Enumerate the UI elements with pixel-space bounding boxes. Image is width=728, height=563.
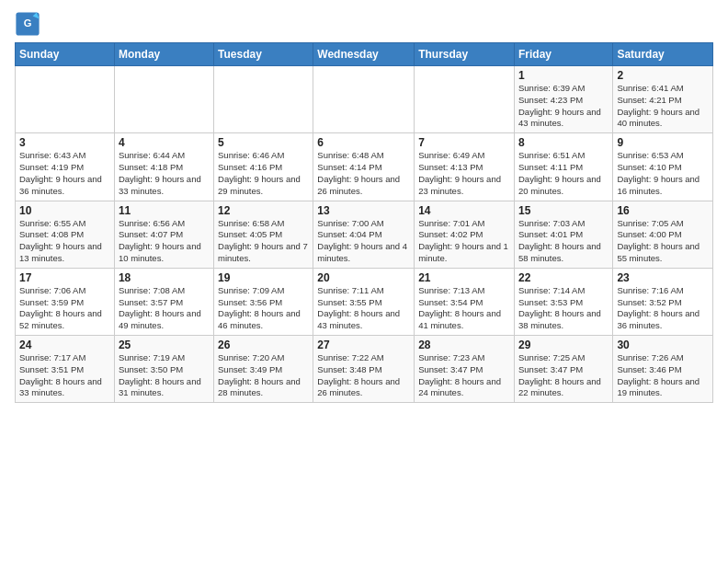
calendar-cell: 20Sunrise: 7:11 AM Sunset: 3:55 PM Dayli…	[313, 268, 415, 335]
day-number: 8	[518, 136, 609, 149]
day-info: Sunrise: 6:39 AM Sunset: 4:23 PM Dayligh…	[518, 83, 609, 130]
day-number: 20	[317, 271, 410, 284]
calendar-cell: 7Sunrise: 6:49 AM Sunset: 4:13 PM Daylig…	[415, 133, 515, 201]
day-number: 14	[418, 204, 510, 217]
day-info: Sunrise: 6:46 AM Sunset: 4:16 PM Dayligh…	[218, 150, 309, 197]
day-info: Sunrise: 6:51 AM Sunset: 4:11 PM Dayligh…	[518, 150, 609, 197]
weekday-header: Friday	[514, 43, 612, 66]
day-info: Sunrise: 7:11 AM Sunset: 3:55 PM Dayligh…	[317, 285, 410, 332]
calendar-cell: 4Sunrise: 6:44 AM Sunset: 4:18 PM Daylig…	[114, 133, 213, 201]
day-info: Sunrise: 6:55 AM Sunset: 4:08 PM Dayligh…	[19, 218, 110, 265]
day-number: 17	[19, 271, 110, 284]
day-number: 18	[119, 271, 210, 284]
day-number: 27	[317, 339, 410, 351]
calendar-cell: 21Sunrise: 7:13 AM Sunset: 3:54 PM Dayli…	[415, 268, 515, 335]
day-info: Sunrise: 7:01 AM Sunset: 4:02 PM Dayligh…	[418, 218, 510, 265]
calendar-cell: 2Sunrise: 6:41 AM Sunset: 4:21 PM Daylig…	[613, 66, 713, 133]
calendar-cell: 14Sunrise: 7:01 AM Sunset: 4:02 PM Dayli…	[415, 201, 515, 268]
day-number: 19	[218, 271, 309, 284]
calendar-cell: 25Sunrise: 7:19 AM Sunset: 3:50 PM Dayli…	[114, 336, 213, 403]
logo-icon: G	[15, 11, 40, 37]
calendar-cell: 17Sunrise: 7:06 AM Sunset: 3:59 PM Dayli…	[16, 268, 115, 335]
day-info: Sunrise: 6:41 AM Sunset: 4:21 PM Dayligh…	[617, 83, 709, 130]
day-info: Sunrise: 7:17 AM Sunset: 3:51 PM Dayligh…	[19, 352, 110, 399]
calendar-cell: 16Sunrise: 7:05 AM Sunset: 4:00 PM Dayli…	[613, 201, 713, 268]
day-number: 6	[317, 136, 410, 149]
calendar-cell: 30Sunrise: 7:26 AM Sunset: 3:46 PM Dayli…	[613, 336, 713, 403]
calendar-cell: 26Sunrise: 7:20 AM Sunset: 3:49 PM Dayli…	[214, 336, 313, 403]
svg-text:G: G	[24, 17, 32, 29]
calendar-cell: 8Sunrise: 6:51 AM Sunset: 4:11 PM Daylig…	[514, 133, 612, 201]
weekday-header: Wednesday	[313, 43, 415, 66]
calendar-cell: 5Sunrise: 6:46 AM Sunset: 4:16 PM Daylig…	[214, 133, 313, 201]
calendar-cell: 13Sunrise: 7:00 AM Sunset: 4:04 PM Dayli…	[313, 201, 415, 268]
day-number: 7	[418, 136, 510, 149]
day-number: 24	[19, 339, 110, 351]
calendar-cell: 15Sunrise: 7:03 AM Sunset: 4:01 PM Dayli…	[514, 201, 612, 268]
day-info: Sunrise: 7:25 AM Sunset: 3:47 PM Dayligh…	[518, 352, 609, 399]
day-info: Sunrise: 7:20 AM Sunset: 3:49 PM Dayligh…	[218, 352, 309, 399]
day-info: Sunrise: 6:53 AM Sunset: 4:10 PM Dayligh…	[617, 150, 709, 197]
day-number: 12	[218, 204, 309, 217]
day-number: 30	[617, 339, 709, 351]
calendar-cell	[16, 66, 115, 133]
day-number: 13	[317, 204, 410, 217]
day-number: 1	[518, 69, 609, 82]
day-info: Sunrise: 7:19 AM Sunset: 3:50 PM Dayligh…	[119, 352, 210, 399]
calendar-cell: 28Sunrise: 7:23 AM Sunset: 3:47 PM Dayli…	[415, 336, 515, 403]
day-info: Sunrise: 7:22 AM Sunset: 3:48 PM Dayligh…	[317, 352, 410, 399]
calendar-cell: 19Sunrise: 7:09 AM Sunset: 3:56 PM Dayli…	[214, 268, 313, 335]
day-number: 16	[617, 204, 709, 217]
day-info: Sunrise: 6:58 AM Sunset: 4:05 PM Dayligh…	[218, 218, 309, 265]
day-number: 21	[418, 271, 510, 284]
day-number: 22	[518, 271, 609, 284]
weekday-header: Thursday	[415, 43, 515, 66]
day-info: Sunrise: 6:48 AM Sunset: 4:14 PM Dayligh…	[317, 150, 410, 197]
calendar-cell: 22Sunrise: 7:14 AM Sunset: 3:53 PM Dayli…	[514, 268, 612, 335]
day-number: 23	[617, 271, 709, 284]
day-number: 26	[218, 339, 309, 351]
calendar-cell	[415, 66, 515, 133]
day-info: Sunrise: 6:44 AM Sunset: 4:18 PM Dayligh…	[119, 150, 210, 197]
day-info: Sunrise: 7:26 AM Sunset: 3:46 PM Dayligh…	[617, 352, 709, 399]
calendar-cell: 11Sunrise: 6:56 AM Sunset: 4:07 PM Dayli…	[114, 201, 213, 268]
calendar-cell: 27Sunrise: 7:22 AM Sunset: 3:48 PM Dayli…	[313, 336, 415, 403]
page: G SundayMondayTuesdayWednesdayThursdayFr…	[0, 0, 728, 563]
calendar-cell: 10Sunrise: 6:55 AM Sunset: 4:08 PM Dayli…	[16, 201, 115, 268]
day-info: Sunrise: 6:49 AM Sunset: 4:13 PM Dayligh…	[418, 150, 510, 197]
calendar-cell: 24Sunrise: 7:17 AM Sunset: 3:51 PM Dayli…	[16, 336, 115, 403]
day-info: Sunrise: 7:05 AM Sunset: 4:00 PM Dayligh…	[617, 218, 709, 265]
day-info: Sunrise: 7:13 AM Sunset: 3:54 PM Dayligh…	[418, 285, 510, 332]
calendar-week-row: 1Sunrise: 6:39 AM Sunset: 4:23 PM Daylig…	[16, 66, 713, 133]
calendar-week-row: 24Sunrise: 7:17 AM Sunset: 3:51 PM Dayli…	[16, 336, 713, 403]
day-info: Sunrise: 7:14 AM Sunset: 3:53 PM Dayligh…	[518, 285, 609, 332]
day-info: Sunrise: 7:08 AM Sunset: 3:57 PM Dayligh…	[119, 285, 210, 332]
weekday-header: Saturday	[613, 43, 713, 66]
calendar-cell: 6Sunrise: 6:48 AM Sunset: 4:14 PM Daylig…	[313, 133, 415, 201]
day-info: Sunrise: 7:00 AM Sunset: 4:04 PM Dayligh…	[317, 218, 410, 265]
calendar-cell: 9Sunrise: 6:53 AM Sunset: 4:10 PM Daylig…	[613, 133, 713, 201]
calendar-cell	[313, 66, 415, 133]
day-info: Sunrise: 7:03 AM Sunset: 4:01 PM Dayligh…	[518, 218, 609, 265]
calendar-cell: 1Sunrise: 6:39 AM Sunset: 4:23 PM Daylig…	[514, 66, 612, 133]
day-info: Sunrise: 6:43 AM Sunset: 4:19 PM Dayligh…	[19, 150, 110, 197]
logo: G	[15, 11, 44, 37]
calendar-week-row: 3Sunrise: 6:43 AM Sunset: 4:19 PM Daylig…	[16, 133, 713, 201]
day-info: Sunrise: 7:16 AM Sunset: 3:52 PM Dayligh…	[617, 285, 709, 332]
calendar-cell: 18Sunrise: 7:08 AM Sunset: 3:57 PM Dayli…	[114, 268, 213, 335]
day-number: 10	[19, 204, 110, 217]
day-number: 11	[119, 204, 210, 217]
calendar-cell	[214, 66, 313, 133]
calendar-cell: 23Sunrise: 7:16 AM Sunset: 3:52 PM Dayli…	[613, 268, 713, 335]
day-number: 3	[19, 136, 110, 149]
day-info: Sunrise: 7:06 AM Sunset: 3:59 PM Dayligh…	[19, 285, 110, 332]
day-info: Sunrise: 6:56 AM Sunset: 4:07 PM Dayligh…	[119, 218, 210, 265]
calendar-week-row: 17Sunrise: 7:06 AM Sunset: 3:59 PM Dayli…	[16, 268, 713, 335]
calendar-week-row: 10Sunrise: 6:55 AM Sunset: 4:08 PM Dayli…	[16, 201, 713, 268]
day-number: 25	[119, 339, 210, 351]
day-number: 29	[518, 339, 609, 351]
day-number: 5	[218, 136, 309, 149]
weekday-header: Sunday	[16, 43, 115, 66]
weekday-header: Tuesday	[214, 43, 313, 66]
day-info: Sunrise: 7:23 AM Sunset: 3:47 PM Dayligh…	[418, 352, 510, 399]
